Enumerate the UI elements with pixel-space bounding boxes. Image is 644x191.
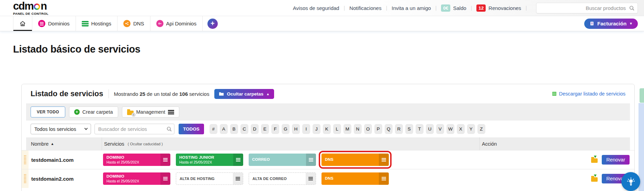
- tab-label: DNS: [133, 21, 144, 26]
- column-header-action: Acción: [479, 137, 630, 150]
- security-notices-link[interactable]: Avisos de seguridad: [293, 5, 339, 11]
- logo-text: cdmn: [13, 1, 48, 11]
- table-row: testdomain2.com DOMINIOHasta el 25/05/20…: [22, 169, 634, 188]
- card-header: Listado de servicios Mostrando25de un to…: [22, 84, 634, 103]
- drag-handle[interactable]: [22, 169, 29, 188]
- tab-dominios[interactable]: Dominios: [32, 16, 76, 31]
- letter-filter-V[interactable]: V: [436, 124, 444, 134]
- column-header-services: Servicios ( Ocultar caducidad ): [102, 137, 479, 150]
- notifications-link[interactable]: Notificaciones: [349, 5, 381, 11]
- letter-filter-E[interactable]: E: [261, 124, 269, 134]
- badge-menu-icon[interactable]: [306, 154, 316, 166]
- badge-menu-icon[interactable]: [160, 154, 170, 166]
- card-title: Listado de servicios: [31, 89, 103, 98]
- letter-filter-X[interactable]: X: [457, 124, 465, 134]
- tab-hostings[interactable]: Hostings: [76, 16, 117, 31]
- service-badge-hosting[interactable]: HOSTING JUNIORHasta el 25/05/202X: [176, 154, 243, 166]
- badge-menu-icon[interactable]: [379, 154, 389, 166]
- page-title: Listado básico de servicios: [13, 44, 644, 55]
- badge-menu-icon[interactable]: [379, 172, 389, 185]
- letter-filter-K[interactable]: K: [323, 124, 331, 134]
- nav-bar: Dominios Hostings DNS Api Dominios + Fac…: [0, 16, 644, 31]
- letter-filter-G[interactable]: G: [282, 124, 290, 134]
- letter-filter-M[interactable]: M: [343, 124, 351, 134]
- letter-filter-Q[interactable]: Q: [385, 124, 393, 134]
- row-actions: Renovar: [591, 155, 634, 165]
- renewals-link[interactable]: 12 Renovaciones: [476, 4, 521, 12]
- tab-dns[interactable]: DNS: [117, 16, 150, 31]
- service-badge-correo[interactable]: CORREO: [249, 154, 316, 166]
- service-badge-alta-correo[interactable]: ALTA DE CORREO: [249, 172, 316, 185]
- letter-filter-C[interactable]: C: [240, 124, 248, 134]
- service-badges: DOMINIOHasta el 25/05/202X HOSTING JUNIO…: [103, 154, 389, 166]
- drag-handle[interactable]: [22, 150, 29, 169]
- letter-filter-#[interactable]: #: [210, 124, 217, 134]
- letter-filter-U[interactable]: U: [426, 124, 434, 134]
- filter-all-button[interactable]: TODOS: [179, 124, 204, 134]
- drag-dots-icon: [24, 155, 26, 165]
- service-badge-dominio[interactable]: DOMINIOHasta el 25/05/202X: [103, 172, 170, 185]
- service-badge-dns-highlighted[interactable]: DNS: [321, 154, 389, 166]
- search-icon: [166, 126, 172, 132]
- top-bar: cdmn PANEL DE CONTROL Avisos de segurida…: [0, 0, 644, 16]
- letter-filter-Z[interactable]: Z: [477, 124, 485, 134]
- download-services-link[interactable]: Descargar listado de servicios: [552, 91, 625, 97]
- letter-filter-P[interactable]: P: [374, 124, 382, 134]
- service-badge-dominio[interactable]: DOMINIOHasta el 25/05/202X: [103, 154, 170, 166]
- billing-button[interactable]: Facturación ▼: [584, 19, 638, 29]
- badge-menu-icon[interactable]: [306, 173, 316, 184]
- letter-filter-Y[interactable]: Y: [467, 124, 475, 134]
- folder-management-button[interactable]: 1 Management: [122, 106, 180, 117]
- view-all-button[interactable]: VER TODO: [31, 106, 65, 117]
- edge-widget-green[interactable]: [640, 88, 644, 103]
- move-to-folder-icon[interactable]: [591, 177, 598, 182]
- service-type-select[interactable]: Todos los servicios: [31, 124, 91, 134]
- add-service-button[interactable]: +: [207, 19, 218, 29]
- service-badge-dns[interactable]: DNS: [321, 172, 389, 185]
- balance-badge: 0€: [441, 4, 450, 12]
- logo[interactable]: cdmn PANEL DE CONTROL: [13, 1, 48, 15]
- renewals-label: Renovaciones: [488, 5, 521, 11]
- create-folder-button[interactable]: + Crear carpeta: [69, 106, 118, 117]
- server-icon: [82, 21, 89, 26]
- letter-filter-D[interactable]: D: [251, 124, 259, 134]
- letter-filter-F[interactable]: F: [271, 124, 279, 134]
- badge-menu-icon[interactable]: [233, 154, 243, 166]
- help-lightbulb-button[interactable]: [621, 172, 640, 191]
- badge-menu-icon[interactable]: [233, 173, 243, 184]
- letter-filter-O[interactable]: O: [364, 124, 372, 134]
- hide-folders-button[interactable]: Ocultar carpetas ▲: [214, 89, 274, 99]
- top-bar-right: Avisos de seguridad | Notificaciones | I…: [293, 3, 638, 13]
- service-search-input[interactable]: [95, 124, 174, 134]
- invite-friend-link[interactable]: Invita a un amigo: [392, 5, 431, 11]
- tab-home[interactable]: [13, 16, 32, 31]
- letter-filter-H[interactable]: H: [292, 124, 300, 134]
- letter-filter-S[interactable]: S: [405, 124, 413, 134]
- hide-expiry-toggle[interactable]: ( Ocultar caducidad ): [128, 142, 163, 146]
- search-icon: [629, 5, 635, 11]
- letter-filter-A[interactable]: A: [220, 124, 228, 134]
- letter-filter-W[interactable]: W: [447, 124, 454, 134]
- badge-menu-icon[interactable]: [160, 172, 170, 185]
- table-header: Nombre ▲ Servicios ( Ocultar caducidad )…: [26, 137, 630, 150]
- column-header-name[interactable]: Nombre ▲: [26, 141, 102, 147]
- logo-subtitle: PANEL DE CONTROL: [13, 12, 48, 15]
- separator: |: [436, 5, 437, 11]
- letter-filter-J[interactable]: J: [313, 124, 320, 134]
- letter-filter-I[interactable]: I: [302, 124, 310, 134]
- renewals-badge: 12: [476, 4, 486, 12]
- billing-label: Facturación: [597, 21, 626, 26]
- separator: |: [386, 5, 387, 11]
- letter-filter-N[interactable]: N: [354, 124, 362, 134]
- balance-link[interactable]: 0€ Saldo: [441, 4, 466, 12]
- move-to-folder-icon[interactable]: [591, 158, 598, 163]
- letter-filter-R[interactable]: R: [395, 124, 403, 134]
- tab-api-dominios[interactable]: Api Dominios: [150, 16, 203, 31]
- service-badge-alta-hosting[interactable]: ALTA DE HOSTING: [176, 172, 243, 185]
- product-search-input[interactable]: [536, 3, 637, 13]
- letter-filter-T[interactable]: T: [416, 124, 423, 134]
- letter-filter-L[interactable]: L: [333, 124, 341, 134]
- renew-button[interactable]: Renovar: [602, 155, 630, 165]
- letter-filter-B[interactable]: B: [230, 124, 238, 134]
- filter-row: Todos los servicios TODOS #ABCDEFGHIJKLM…: [26, 121, 630, 137]
